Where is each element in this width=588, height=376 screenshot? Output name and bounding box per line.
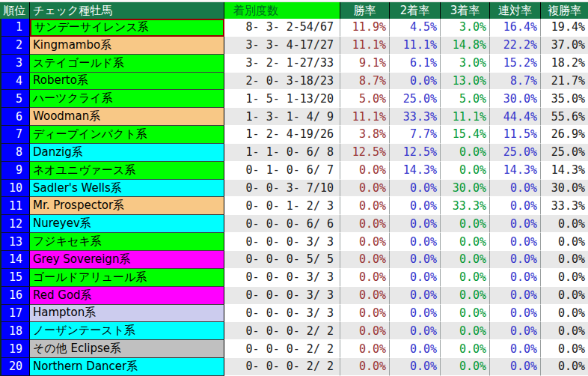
quinella-rate-cell: 30.0% [490, 90, 541, 108]
table-row[interactable]: 7 ディープインパクト系 1- 2- 4-19/26 3.8% 7.7% 15.… [0, 126, 588, 144]
second-rate-cell: 33.3% [390, 108, 441, 126]
table-row[interactable]: 20 Northern Dancer系 0- 0- 0- 2/ 2 0.0% 0… [0, 358, 588, 376]
record-cell: 1- 1- 0- 6/ 8 [224, 144, 340, 162]
third-rate-cell: 0.0% [441, 287, 490, 305]
rank-cell: 4 [0, 73, 30, 91]
second-rate-cell: 0.0% [390, 215, 441, 233]
sire-cell[interactable]: Mr. Prospector系 [30, 197, 224, 215]
show-rate-cell: 18.2% [541, 55, 588, 73]
sire-cell[interactable]: Kingmambo系 [30, 37, 224, 55]
table-body: 1 サンデーサイレンス系 8- 3- 2-54/67 11.9% 4.5% 3.… [0, 19, 588, 376]
col-header-win[interactable]: 勝率 [340, 2, 390, 19]
quinella-rate-cell: 14.3% [490, 162, 541, 180]
quinella-rate-cell: 0.0% [490, 233, 541, 251]
show-rate-cell: 26.9% [541, 126, 588, 144]
sire-cell[interactable]: フジキセキ系 [30, 233, 224, 251]
second-rate-cell: 7.7% [390, 126, 441, 144]
table-row[interactable]: 5 ハーツクライ系 1- 5- 1-13/20 5.0% 25.0% 5.0% … [0, 90, 588, 108]
table-row[interactable]: 18 ノーザンテースト系 0- 0- 0- 2/ 2 0.0% 0.0% 0.0… [0, 322, 588, 340]
table-row[interactable]: 11 Mr. Prospector系 0- 0- 1- 2/ 3 0.0% 0.… [0, 197, 588, 215]
win-rate-cell: 11.1% [340, 37, 390, 55]
sire-cell[interactable]: ネオユニヴァース系 [30, 162, 224, 180]
sire-cell[interactable]: サンデーサイレンス系 [30, 19, 224, 37]
record-cell: 1- 2- 4-19/26 [224, 126, 340, 144]
show-rate-cell: 33.3% [541, 197, 588, 215]
table-row[interactable]: 6 Woodman系 1- 3- 1- 4/ 9 11.1% 33.3% 11.… [0, 108, 588, 126]
table-row[interactable]: 8 Danzig系 1- 1- 0- 6/ 8 12.5% 12.5% 0.0%… [0, 144, 588, 162]
col-header-show[interactable]: 複勝率 [541, 2, 588, 19]
table-row[interactable]: 13 フジキセキ系 0- 0- 0- 3/ 3 0.0% 0.0% 0.0% 0… [0, 233, 588, 251]
sire-cell[interactable]: Danzig系 [30, 144, 224, 162]
record-cell: 0- 0- 0- 3/ 3 [224, 269, 340, 287]
table-row[interactable]: 9 ネオユニヴァース系 0- 1- 0- 6/ 7 0.0% 14.3% 0.0… [0, 162, 588, 180]
sire-cell[interactable]: Northern Dancer系 [30, 358, 224, 376]
table-row[interactable]: 17 Hampton系 0- 0- 0- 3/ 3 0.0% 0.0% 0.0%… [0, 305, 588, 323]
sire-cell[interactable]: Roberto系 [30, 73, 224, 91]
sire-cell[interactable]: Grey Sovereign系 [30, 251, 224, 269]
table-row[interactable]: 3 ステイゴールド系 3- 2- 1-27/33 9.1% 6.1% 3.0% … [0, 55, 588, 73]
show-rate-cell: 0.0% [541, 269, 588, 287]
third-rate-cell: 0.0% [441, 358, 490, 376]
second-rate-cell: 0.0% [390, 358, 441, 376]
show-rate-cell: 19.4% [541, 19, 588, 37]
rank-cell: 8 [0, 144, 30, 162]
show-rate-cell: 0.0% [541, 305, 588, 323]
sire-cell[interactable]: ゴールドアリュール系 [30, 269, 224, 287]
sire-cell[interactable]: Red God系 [30, 287, 224, 305]
sire-cell[interactable]: ディープインパクト系 [30, 126, 224, 144]
sire-cell[interactable]: その他 Eclipse系 [30, 340, 224, 358]
rank-cell: 5 [0, 90, 30, 108]
col-header-record[interactable]: 着別度数 [224, 2, 340, 19]
col-header-rank[interactable]: 順位 [0, 2, 30, 19]
second-rate-cell: 25.0% [390, 90, 441, 108]
quinella-rate-cell: 0.0% [490, 215, 541, 233]
show-rate-cell: 55.6% [541, 108, 588, 126]
rank-cell: 17 [0, 305, 30, 323]
quinella-rate-cell: 44.4% [490, 108, 541, 126]
third-rate-cell: 30.0% [441, 180, 490, 198]
sire-cell[interactable]: ステイゴールド系 [30, 55, 224, 73]
quinella-rate-cell: 15.2% [490, 55, 541, 73]
table-row[interactable]: 1 サンデーサイレンス系 8- 3- 2-54/67 11.9% 4.5% 3.… [0, 19, 588, 37]
show-rate-cell: 30.0% [541, 180, 588, 198]
record-cell: 0- 0- 0- 3/ 3 [224, 287, 340, 305]
sire-cell[interactable]: Woodman系 [30, 108, 224, 126]
second-rate-cell: 0.0% [390, 73, 441, 91]
sire-cell[interactable]: ノーザンテースト系 [30, 322, 224, 340]
quinella-rate-cell: 16.4% [490, 19, 541, 37]
record-cell: 1- 3- 1- 4/ 9 [224, 108, 340, 126]
col-header-quinella[interactable]: 連対率 [490, 2, 541, 19]
second-rate-cell: 14.3% [390, 162, 441, 180]
win-rate-cell: 3.8% [340, 126, 390, 144]
table-row[interactable]: 4 Roberto系 2- 0- 3-18/23 8.7% 0.0% 13.0%… [0, 73, 588, 91]
second-rate-cell: 0.0% [390, 233, 441, 251]
sire-cell[interactable]: Sadler's Wells系 [30, 180, 224, 198]
rank-cell: 10 [0, 180, 30, 198]
table-row[interactable]: 16 Red God系 0- 0- 0- 3/ 3 0.0% 0.0% 0.0%… [0, 287, 588, 305]
rank-cell: 18 [0, 322, 30, 340]
table-row[interactable]: 19 その他 Eclipse系 0- 0- 0- 2/ 2 0.0% 0.0% … [0, 340, 588, 358]
col-header-sire[interactable]: チェック種牡馬 [30, 2, 224, 19]
col-header-third[interactable]: 3着率 [441, 2, 490, 19]
rank-cell: 2 [0, 37, 30, 55]
third-rate-cell: 0.0% [441, 215, 490, 233]
record-cell: 3- 2- 1-27/33 [224, 55, 340, 73]
table-row[interactable]: 15 ゴールドアリュール系 0- 0- 0- 3/ 3 0.0% 0.0% 0.… [0, 269, 588, 287]
sire-cell[interactable]: ハーツクライ系 [30, 90, 224, 108]
rank-cell: 13 [0, 233, 30, 251]
table-row[interactable]: 10 Sadler's Wells系 0- 0- 3- 7/10 0.0% 0.… [0, 180, 588, 198]
sire-cell[interactable]: Hampton系 [30, 305, 224, 323]
table-row[interactable]: 12 Nureyev系 0- 0- 0- 6/ 6 0.0% 0.0% 0.0%… [0, 215, 588, 233]
table-row[interactable]: 14 Grey Sovereign系 0- 0- 0- 5/ 5 0.0% 0.… [0, 251, 588, 269]
record-cell: 3- 3- 4-17/27 [224, 37, 340, 55]
win-rate-cell: 0.0% [340, 215, 390, 233]
rank-cell: 14 [0, 251, 30, 269]
sire-cell[interactable]: Nureyev系 [30, 215, 224, 233]
win-rate-cell: 12.5% [340, 144, 390, 162]
col-header-second[interactable]: 2着率 [390, 2, 441, 19]
show-rate-cell: 0.0% [541, 233, 588, 251]
quinella-rate-cell: 0.0% [490, 358, 541, 376]
table-row[interactable]: 2 Kingmambo系 3- 3- 4-17/27 11.1% 11.1% 1… [0, 37, 588, 55]
show-rate-cell: 35.0% [541, 90, 588, 108]
second-rate-cell: 12.5% [390, 144, 441, 162]
